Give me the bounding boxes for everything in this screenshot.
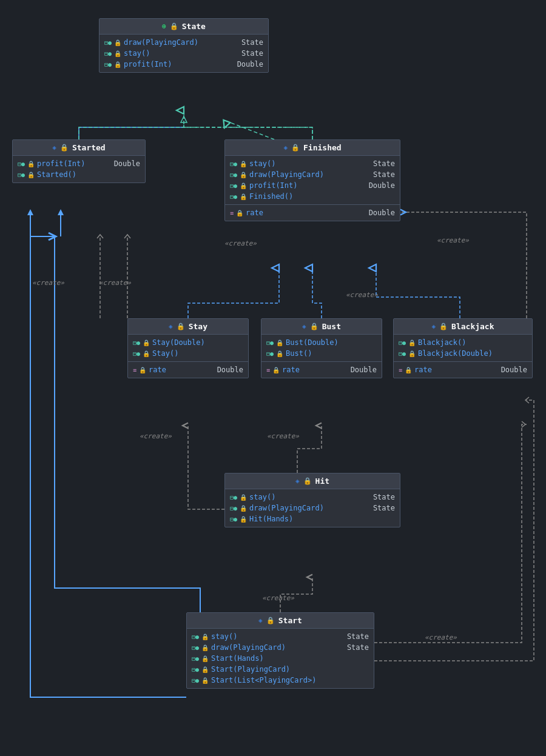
f-constructor-row: ⊟● 🔒 Finished() <box>230 191 395 202</box>
f-rate: rate <box>246 209 263 217</box>
s-profit: profit(Int) <box>37 159 85 168</box>
svg-line-7 <box>227 121 274 139</box>
bust-header: ◈ 🔒 Bust <box>261 319 382 335</box>
stf-1: ≡ <box>133 367 136 373</box>
hm-2: ⊟● <box>230 505 237 512</box>
start-methods: ⊟● 🔒 stay() State ⊟● 🔒 draw(PlayingCard)… <box>187 629 374 688</box>
hm-3: ⊟● <box>230 516 237 523</box>
finished-name: Finished <box>303 143 342 152</box>
stl-1: 🔒 <box>143 340 150 346</box>
profit-return: Double <box>232 60 263 69</box>
sl-2: 🔒 <box>27 172 35 178</box>
bust-lock-icon: 🔒 <box>310 323 318 330</box>
bust-double-row: ⊟● 🔒 Bust(Double) <box>266 337 377 348</box>
started-lock-icon: 🔒 <box>60 144 69 152</box>
draw-return: State <box>237 38 263 47</box>
stay-class-box: ◈ 🔒 Stay ⊟● 🔒 Stay(Double) ⊟● 🔒 Stay() ≡… <box>127 318 249 378</box>
started-header: ◈ 🔒 Started <box>13 140 145 156</box>
s-constructor: Started() <box>37 170 76 179</box>
stay-rate-type: Double <box>212 366 243 374</box>
start-stay-row: ⊟● 🔒 stay() State <box>192 631 369 642</box>
ffl-1: 🔒 <box>236 210 243 216</box>
f-draw-ret: State <box>368 170 395 179</box>
start-playingcard-row: ⊟● 🔒 Start(PlayingCard) <box>192 664 369 675</box>
stal-5: 🔒 <box>201 677 209 684</box>
stay-rate: rate <box>149 366 166 374</box>
m-icon-1: ⊟● <box>104 39 112 46</box>
sl-1: 🔒 <box>27 161 35 167</box>
start-class-icon: ◈ <box>258 617 263 624</box>
bl-2: 🔒 <box>276 350 283 357</box>
lock-2: 🔒 <box>114 50 121 57</box>
stay-header: ◈ 🔒 Stay <box>128 319 248 335</box>
started-class-icon: ◈ <box>52 144 56 152</box>
blackjack-class-box: ◈ 🔒 Blackjack ⊟● 🔒 Blackjack() ⊟● 🔒 Blac… <box>393 318 533 378</box>
hit-constructor-row: ⊟● 🔒 Hit(Hands) <box>230 513 395 524</box>
f-profit-row: ⊟● 🔒 profit(Int) Double <box>230 180 395 191</box>
start-stay-ret: State <box>342 632 369 641</box>
bm-1: ⊟● <box>266 340 274 346</box>
started-methods: ⊟● 🔒 profit(Int) Double ⊟● 🔒 Started() <box>13 156 145 182</box>
stay-double-row: ⊟● 🔒 Stay(Double) <box>133 337 243 348</box>
stam-1: ⊟● <box>192 634 199 640</box>
bust-methods: ⊟● 🔒 Bust(Double) ⊟● 🔒 Bust() <box>261 335 382 362</box>
hl-1: 🔒 <box>240 494 247 501</box>
f-draw-row: ⊟● 🔒 draw(PlayingCard) State <box>230 169 395 180</box>
hit-draw-ret: State <box>368 504 395 512</box>
stay-method: stay() <box>124 49 150 58</box>
hl-3: 🔒 <box>240 516 247 523</box>
finished-header: ◈ 🔒 Finished <box>225 140 400 156</box>
blackjack-name: Blackjack <box>451 322 494 331</box>
bust-rate: rate <box>282 366 300 374</box>
sm-1: ⊟● <box>18 161 25 167</box>
f-profit: profit(Int) <box>249 181 297 190</box>
bjm-1: ⊟● <box>399 340 406 346</box>
start-draw: draw(PlayingCard) <box>211 643 286 652</box>
bj-rate-type: Double <box>496 366 527 374</box>
create-label-2: «create» <box>99 279 131 287</box>
m-icon-3: ⊟● <box>104 61 112 68</box>
bl-1: 🔒 <box>276 340 283 346</box>
stay-return: State <box>237 49 263 58</box>
finished-lock-icon: 🔒 <box>291 144 300 152</box>
hit-name: Hit <box>315 477 329 486</box>
stay-rate-row: ≡ 🔒 rate Double <box>133 364 243 375</box>
state-header: ⊕ 🔒 State <box>99 19 268 35</box>
hm-1: ⊟● <box>230 494 237 501</box>
state-method-profit: ⊟● 🔒 profit(Int) Double <box>104 59 263 70</box>
f-stay-ret: State <box>368 159 395 168</box>
f-constructor: Finished() <box>249 192 293 201</box>
fl-2: 🔒 <box>240 172 247 178</box>
fl-3: 🔒 <box>240 182 247 189</box>
start-draw-row: ⊟● 🔒 draw(PlayingCard) State <box>192 642 369 653</box>
bjfl-1: 🔒 <box>405 367 412 373</box>
bj-double-row: ⊟● 🔒 Blackjack(Double) <box>399 348 527 359</box>
s-profit-ret: Double <box>109 159 140 168</box>
fm-1: ⊟● <box>230 161 237 167</box>
stay-double: Stay(Double) <box>152 338 205 347</box>
create-label-9: «create» <box>425 634 457 641</box>
blackjack-header: ◈ 🔒 Blackjack <box>394 319 532 335</box>
stfl-1: 🔒 <box>139 367 146 373</box>
state-method-stay: ⊟● 🔒 stay() State <box>104 48 263 59</box>
sm-2: ⊟● <box>18 172 25 178</box>
fm-2: ⊟● <box>230 172 237 178</box>
bfl-1: 🔒 <box>272 367 280 373</box>
stal-3: 🔒 <box>201 655 209 662</box>
stal-1: 🔒 <box>201 634 209 640</box>
start-header: ◈ 🔒 Start <box>187 613 374 629</box>
stam-3: ⊟● <box>192 655 199 662</box>
bjf-1: ≡ <box>399 367 402 373</box>
blackjack-methods: ⊟● 🔒 Blackjack() ⊟● 🔒 Blackjack(Double) <box>394 335 532 362</box>
create-label-8: «create» <box>262 594 294 602</box>
bust-fields: ≡ 🔒 rate Double <box>261 362 382 378</box>
hit-stay: stay() <box>249 493 275 501</box>
start-list: Start(List<PlayingCard>) <box>211 676 316 684</box>
f-rate-row: ≡ 🔒 rate Double <box>230 207 395 218</box>
started-profit-row: ⊟● 🔒 profit(Int) Double <box>18 158 140 169</box>
start-lock-icon: 🔒 <box>266 617 275 624</box>
start-class-box: ◈ 🔒 Start ⊟● 🔒 stay() State ⊟● 🔒 draw(Pl… <box>186 612 374 689</box>
start-draw-ret: State <box>342 643 369 652</box>
stay-default: Stay() <box>152 349 178 358</box>
hit-constructor: Hit(Hands) <box>249 515 293 523</box>
